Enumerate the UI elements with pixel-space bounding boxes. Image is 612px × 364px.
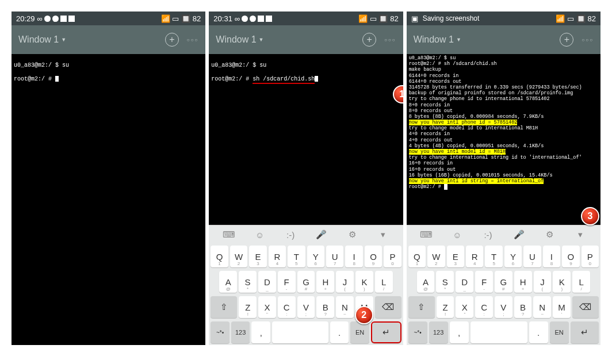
add-tab-button[interactable]: + [165,33,179,47]
keyboard-toolbar: ⌨ ☺ :-) 🎤 ⚙ ▾ [407,225,600,244]
kb-tool-emoticon-icon[interactable]: :-) [282,230,299,240]
terminal-output[interactable]: u0_a83@m2:/ $ suroot@m2:/ # sh /sdcard/c… [407,54,600,191]
key-enter[interactable]: ↵ [571,321,599,343]
key-k[interactable]: K) [553,271,571,293]
key-e[interactable]: E3 [447,246,464,267]
key-b[interactable]: B? [316,296,334,318]
key-space[interactable] [272,321,328,343]
window-tab[interactable]: Window 1▼ [414,35,461,45]
kb-tool-mic-icon[interactable]: 🎤 [510,229,527,240]
key-d[interactable]: D_ [456,271,473,293]
key-comma[interactable]: , [251,321,270,343]
key-j[interactable]: J( [336,271,354,293]
key-c[interactable]: C: [278,296,296,318]
key-k[interactable]: K) [355,271,373,293]
key-z[interactable]: Z! [239,296,257,318]
key-numbers[interactable]: 123 [429,321,448,343]
key-n[interactable]: N~ [336,296,354,318]
key-i[interactable]: I8 [345,246,362,267]
key-d[interactable]: D_ [258,271,276,293]
key-i[interactable]: I8 [543,246,560,267]
key-q[interactable]: Q1 [211,246,228,267]
key-j[interactable]: J( [534,271,552,293]
key-g[interactable]: G# [495,271,512,293]
key-f[interactable]: F- [278,271,296,293]
key-n[interactable]: N~ [533,296,551,318]
window-tab[interactable]: Window 1▼ [216,35,263,45]
key-f[interactable]: F- [475,271,493,293]
key-q[interactable]: Q1 [408,246,426,267]
kb-tool-collapse-icon[interactable]: ▾ [572,229,589,240]
terminal-output[interactable]: u0_a83@m2:/ $ su root@m2:/ # sh /sdcard/… [209,54,403,99]
key-shift[interactable]: ⇧ [408,296,435,318]
key-h[interactable]: H+ [514,271,532,293]
key-c[interactable]: C: [475,296,493,318]
key-symbols[interactable]: ~*• [211,321,230,343]
key-o[interactable]: O9 [562,246,579,267]
kb-tool-settings-icon[interactable]: ⚙ [541,229,559,240]
key-symbols[interactable]: ~*• [408,321,427,343]
key-p[interactable]: P0 [582,246,599,267]
key-s[interactable]: S* [436,271,454,293]
key-x[interactable]: X" [456,296,473,318]
key-u[interactable]: U7 [326,246,343,267]
key-u[interactable]: U7 [523,246,541,267]
add-tab-button[interactable]: + [560,33,573,47]
key-b[interactable]: B? [514,296,532,318]
key-language[interactable]: EN [350,321,369,343]
key-a[interactable]: A@ [417,271,435,293]
key-r[interactable]: R4 [466,246,483,267]
status-time: 20:29 [16,14,35,23]
kb-tool-keyboard-icon[interactable]: ⌨ [220,229,238,240]
key-v[interactable]: V; [495,296,512,318]
menu-button[interactable]: ○○○ [384,37,396,43]
kb-tool-collapse-icon[interactable]: ▾ [374,229,392,240]
key-r[interactable]: R4 [269,246,286,267]
key-period[interactable]: . [330,321,349,343]
key-w[interactable]: W2 [230,246,247,267]
key-w[interactable]: W2 [427,246,445,267]
saving-screenshot-icon: ▣ [411,14,418,23]
key-space[interactable] [471,321,527,343]
menu-button[interactable]: ○○○ [582,37,594,43]
kb-tool-emoticon-icon[interactable]: :-) [480,230,497,240]
terminal-output[interactable]: u0_a83@m2:/ $ su root@m2:/ # [12,54,205,98]
kb-tool-emoji-icon[interactable]: ☺ [449,230,466,240]
key-o[interactable]: O9 [365,246,382,267]
kb-tool-keyboard-icon[interactable]: ⌨ [418,229,435,240]
key-numbers[interactable]: 123 [231,321,250,343]
kb-tool-mic-icon[interactable]: 🎤 [313,229,330,240]
key-s[interactable]: S* [239,271,257,293]
key-language[interactable]: EN [550,321,569,343]
key-backspace[interactable]: ⌫ [572,296,599,318]
key-y[interactable]: Y6 [504,246,522,267]
key-period[interactable]: . [529,321,548,343]
key-l[interactable]: L/ [572,271,590,293]
key-x[interactable]: X" [258,296,276,318]
key-z[interactable]: Z! [437,296,454,318]
key-t[interactable]: T5 [288,246,305,267]
key-backspace[interactable]: ⌫ [375,296,401,318]
keyboard-toolbar: ⌨ ☺ :-) 🎤 ⚙ ▾ [209,225,403,244]
key-m[interactable]: M' [553,296,571,318]
key-a[interactable]: A@ [219,271,237,293]
kb-tool-emoji-icon[interactable]: ☺ [251,230,269,240]
key-shift[interactable]: ⇧ [211,296,237,318]
status-bar: ▣ Saving screenshot 📶 ▭ 🔲 82 [407,12,600,25]
key-t[interactable]: T5 [485,246,502,267]
key-p[interactable]: P0 [384,246,401,267]
key-y[interactable]: Y6 [307,246,324,267]
key-g[interactable]: G# [297,271,315,293]
window-tab[interactable]: Window 1▼ [18,35,66,45]
key-l[interactable]: L/ [375,271,393,293]
key-comma[interactable]: , [450,321,469,343]
kb-tool-settings-icon[interactable]: ⚙ [343,229,361,240]
key-v[interactable]: V; [297,296,315,318]
key-h[interactable]: H+ [316,271,334,293]
key-e[interactable]: E3 [249,246,266,267]
key-enter[interactable]: ↵ [371,321,401,343]
menu-button[interactable]: ○○○ [187,37,199,43]
add-tab-button[interactable]: + [362,33,376,47]
window-tab-bar: Window 1▼ + ○○○ [407,25,600,54]
window-tab-bar: Window 1▼ + ○○○ [12,25,205,54]
